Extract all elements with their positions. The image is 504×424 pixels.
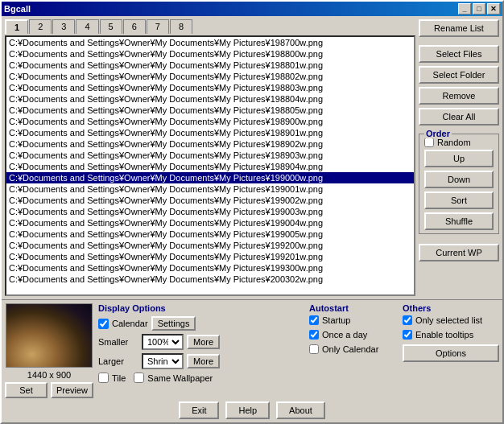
- only-selected-list-checkbox[interactable]: [403, 315, 412, 325]
- list-item[interactable]: C:¥Documents and Settings¥Owner¥My Docum…: [6, 240, 414, 251]
- preview-buttons: Set Preview: [5, 382, 93, 398]
- tab-1[interactable]: 1: [5, 19, 28, 34]
- order-label: Order: [424, 129, 452, 138]
- close-button[interactable]: ✕: [487, 3, 500, 14]
- enable-tooltips-checkbox[interactable]: [403, 330, 412, 340]
- list-item[interactable]: C:¥Documents and Settings¥Owner¥My Docum…: [6, 161, 414, 172]
- others-section: Others Only selected list Enable tooltip…: [403, 303, 499, 398]
- only-selected-list-row: Only selected list: [403, 315, 499, 325]
- exit-button[interactable]: Exit: [179, 401, 219, 419]
- only-calendar-checkbox[interactable]: [309, 344, 319, 354]
- tab-7[interactable]: 7: [147, 19, 169, 34]
- set-button[interactable]: Set: [5, 382, 48, 398]
- preview-size: 1440 x 900: [27, 370, 71, 380]
- larger-more-button[interactable]: More: [187, 354, 220, 368]
- main-window: Bgcall _ □ ✕ 12345678 C:¥Documents and S…: [0, 0, 504, 424]
- smaller-label: Smaller: [98, 337, 138, 347]
- options-button[interactable]: Options: [403, 344, 499, 362]
- list-item[interactable]: C:¥Documents and Settings¥Owner¥My Docum…: [6, 217, 414, 228]
- only-selected-list-label: Only selected list: [415, 315, 482, 325]
- larger-row: Larger Shrink More: [98, 353, 304, 369]
- sort-button[interactable]: Sort: [424, 191, 494, 209]
- file-list: C:¥Documents and Settings¥Owner¥My Docum…: [6, 37, 414, 285]
- list-item[interactable]: C:¥Documents and Settings¥Owner¥My Docum…: [6, 48, 414, 60]
- calendar-checkbox[interactable]: [98, 319, 109, 329]
- display-options-section: Display Options Calendar Settings Smalle…: [98, 303, 304, 398]
- startup-label: Startup: [322, 315, 350, 325]
- enable-tooltips-row: Enable tooltips: [403, 330, 499, 340]
- tab-5[interactable]: 5: [100, 19, 122, 34]
- select-folder-button[interactable]: Select Folder: [419, 66, 499, 84]
- window-title: Bgcall: [4, 4, 31, 14]
- only-calendar-row: Only Calendar: [309, 344, 398, 354]
- startup-checkbox[interactable]: [309, 315, 319, 325]
- current-wp-button[interactable]: Current WP: [419, 244, 499, 261]
- list-item[interactable]: C:¥Documents and Settings¥Owner¥My Docum…: [6, 262, 414, 274]
- preview-button[interactable]: Preview: [51, 382, 93, 398]
- once-a-day-label: Once a day: [322, 330, 367, 340]
- list-item[interactable]: C:¥Documents and Settings¥Owner¥My Docum…: [6, 116, 414, 127]
- random-label: Random: [437, 138, 471, 147]
- tab-2[interactable]: 2: [29, 19, 52, 34]
- bottom-panel: 1440 x 900 Set Preview Display Options C…: [2, 299, 502, 422]
- select-files-button[interactable]: Select Files: [419, 45, 499, 63]
- rename-list-button[interactable]: Rename List: [419, 19, 499, 37]
- display-options-title: Display Options: [98, 303, 304, 313]
- list-item[interactable]: C:¥Documents and Settings¥Owner¥My Docum…: [6, 172, 414, 183]
- tab-3[interactable]: 3: [52, 19, 75, 34]
- left-panel: 12345678 C:¥Documents and Settings¥Owner…: [5, 19, 415, 296]
- autostart-section: Autostart Startup Once a day Only Calend…: [309, 303, 398, 398]
- list-item[interactable]: C:¥Documents and Settings¥Owner¥My Docum…: [6, 206, 414, 217]
- smaller-row: Smaller 100% More: [98, 334, 304, 350]
- main-content: 12345678 C:¥Documents and Settings¥Owner…: [2, 16, 502, 299]
- startup-row: Startup: [309, 315, 398, 325]
- list-item[interactable]: C:¥Documents and Settings¥Owner¥My Docum…: [6, 93, 414, 105]
- tabs-row: 12345678: [5, 19, 415, 34]
- list-item[interactable]: C:¥Documents and Settings¥Owner¥My Docum…: [6, 274, 414, 285]
- tab-6[interactable]: 6: [123, 19, 146, 34]
- help-button[interactable]: Help: [225, 401, 270, 419]
- once-a-day-checkbox[interactable]: [309, 330, 319, 340]
- shuffle-button[interactable]: Shuffle: [424, 212, 494, 230]
- list-item[interactable]: C:¥Documents and Settings¥Owner¥My Docum…: [6, 82, 414, 93]
- tab-4[interactable]: 4: [76, 19, 98, 34]
- larger-select[interactable]: Shrink: [142, 353, 184, 369]
- random-checkbox[interactable]: [424, 138, 434, 147]
- list-item[interactable]: C:¥Documents and Settings¥Owner¥My Docum…: [6, 228, 414, 240]
- list-item[interactable]: C:¥Documents and Settings¥Owner¥My Docum…: [6, 127, 414, 138]
- list-item[interactable]: C:¥Documents and Settings¥Owner¥My Docum…: [6, 37, 414, 48]
- minimize-button[interactable]: _: [458, 3, 471, 14]
- list-item[interactable]: C:¥Documents and Settings¥Owner¥My Docum…: [6, 183, 414, 195]
- about-button[interactable]: About: [276, 401, 325, 419]
- clear-all-button[interactable]: Clear All: [419, 108, 499, 126]
- preview-section: 1440 x 900 Set Preview: [5, 303, 93, 398]
- smaller-select[interactable]: 100%: [142, 334, 184, 350]
- remove-button[interactable]: Remove: [419, 87, 499, 105]
- list-item[interactable]: C:¥Documents and Settings¥Owner¥My Docum…: [6, 71, 414, 82]
- maximize-button[interactable]: □: [473, 3, 485, 14]
- list-item[interactable]: C:¥Documents and Settings¥Owner¥My Docum…: [6, 138, 414, 150]
- list-item[interactable]: C:¥Documents and Settings¥Owner¥My Docum…: [6, 251, 414, 262]
- up-button[interactable]: Up: [424, 150, 494, 167]
- autostart-title: Autostart: [309, 303, 398, 313]
- tile-label: Tile: [112, 373, 126, 383]
- list-item[interactable]: C:¥Documents and Settings¥Owner¥My Docum…: [6, 195, 414, 206]
- settings-button[interactable]: Settings: [151, 316, 196, 331]
- preview-image: [6, 303, 93, 368]
- enable-tooltips-label: Enable tooltips: [415, 330, 473, 340]
- preview-image-inner: [6, 304, 92, 367]
- list-item[interactable]: C:¥Documents and Settings¥Owner¥My Docum…: [6, 60, 414, 71]
- down-button[interactable]: Down: [424, 171, 494, 188]
- only-calendar-label: Only Calendar: [322, 344, 378, 354]
- once-a-day-row: Once a day: [309, 330, 398, 340]
- tile-checkbox[interactable]: [98, 373, 109, 383]
- file-list-container[interactable]: C:¥Documents and Settings¥Owner¥My Docum…: [5, 35, 415, 296]
- title-bar-controls: _ □ ✕: [458, 3, 500, 14]
- list-item[interactable]: C:¥Documents and Settings¥Owner¥My Docum…: [6, 150, 414, 161]
- same-wallpaper-checkbox[interactable]: [134, 373, 144, 383]
- larger-label: Larger: [98, 356, 138, 366]
- smaller-more-button[interactable]: More: [187, 335, 220, 349]
- tab-8[interactable]: 8: [170, 19, 192, 34]
- list-item[interactable]: C:¥Documents and Settings¥Owner¥My Docum…: [6, 105, 414, 116]
- bottom-action-row: Exit Help About: [5, 401, 499, 419]
